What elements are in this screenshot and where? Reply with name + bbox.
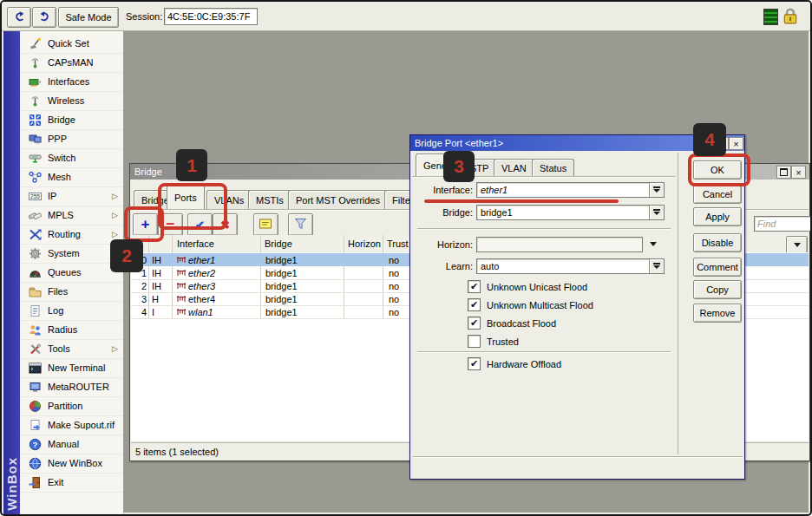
tab-mstis[interactable]: MSTIs — [248, 190, 291, 209]
files-icon — [28, 284, 42, 298]
sidebar-item-switch[interactable]: Switch — [20, 148, 123, 168]
annotation-badge-3: 3 — [443, 151, 475, 182]
column-header-bridge[interactable]: Bridge — [265, 235, 292, 252]
metarouter-icon — [28, 380, 42, 394]
sidebar-menu: Quick Set CAPsMAN Interfaces Wireless Br… — [20, 31, 124, 514]
bridge-field-label: Bridge: — [417, 207, 473, 218]
ip-icon: 255 — [28, 189, 42, 203]
undo-button[interactable] — [7, 7, 31, 28]
log-icon — [28, 304, 42, 317]
close-icon: × — [733, 139, 738, 149]
bridge-window-title: Bridge — [134, 167, 162, 177]
trusted-checkbox[interactable]: Trusted — [468, 335, 519, 348]
status-text: 5 items (1 selected) — [135, 447, 219, 457]
tab-vlan[interactable]: VLAN — [494, 159, 534, 176]
bridge-field[interactable]: bridge1 — [476, 205, 665, 220]
maximize-button[interactable] — [776, 166, 791, 179]
svg-text:255: 255 — [30, 193, 40, 199]
broadcast-flood-checkbox[interactable]: Broadcast Flood — [468, 317, 556, 330]
comment-button[interactable]: Comment — [693, 258, 742, 277]
submenu-arrow-icon: ▷ — [112, 211, 118, 219]
sidebar-item-manual[interactable]: ? Manual — [20, 434, 123, 454]
chevron-down-icon — [794, 243, 801, 247]
manual-icon: ? — [28, 437, 42, 451]
close-button[interactable]: × — [791, 166, 806, 179]
annotation-badge-2: 2 — [110, 239, 143, 272]
sidebar-item-capsman[interactable]: CAPsMAN — [20, 53, 123, 73]
apply-button[interactable]: Apply — [693, 207, 742, 226]
annotation-badge-1: 1 — [176, 149, 207, 181]
sidebar-item-mesh[interactable]: Mesh — [20, 167, 123, 187]
switch-icon — [28, 151, 42, 165]
annotation-rect-ok-button — [688, 153, 750, 186]
sidebar-item-partition[interactable]: Partition — [20, 396, 123, 416]
dropdown-icon[interactable] — [649, 183, 664, 197]
sidebar-item-bridge[interactable]: Bridge — [20, 110, 123, 130]
remove-button[interactable]: Remove — [693, 304, 742, 323]
sidebar-item-make-supout[interactable]: Make Supout.rif — [20, 415, 123, 435]
column-header-interface[interactable]: Interface — [177, 235, 214, 252]
sidebar-item-system[interactable]: System ▷ — [20, 244, 123, 264]
sidebar-item-tools[interactable]: Tools ▷ — [20, 339, 123, 359]
dropdown-icon[interactable] — [649, 206, 664, 219]
horizon-dropdown-icon[interactable] — [650, 242, 657, 246]
terminal-icon — [28, 361, 42, 375]
dropdown-icon[interactable] — [649, 259, 664, 273]
sidebar-item-new-winbox[interactable]: New WinBox — [20, 454, 123, 474]
learn-field-label: Learn: — [417, 261, 473, 271]
sidebar-item-interfaces[interactable]: Interfaces — [20, 72, 123, 92]
checkbox-icon — [468, 280, 481, 293]
comment-button[interactable] — [253, 213, 278, 236]
hardware-offload-checkbox[interactable]: Hardware Offload — [468, 357, 561, 370]
safe-mode-button[interactable]: Safe Mode — [58, 7, 119, 28]
sidebar-item-metarouter[interactable]: MetaROUTER — [20, 377, 123, 397]
bridge-port-icon — [176, 292, 187, 305]
cancel-button[interactable]: Cancel — [693, 185, 742, 204]
bridge-port-icon — [176, 279, 187, 292]
column-chooser-button[interactable] — [786, 236, 808, 254]
bridge-port-icon — [176, 305, 187, 318]
maximize-icon — [780, 168, 788, 176]
wireless-icon — [28, 94, 42, 108]
filter-button[interactable] — [288, 213, 313, 236]
checkbox-icon — [468, 335, 481, 348]
routing-icon — [28, 227, 42, 241]
copy-button[interactable]: Copy — [693, 280, 742, 299]
find-input[interactable] — [754, 216, 811, 232]
sidebar-item-routing[interactable]: Routing ▷ — [20, 225, 123, 245]
interface-field[interactable]: ether1 — [476, 182, 665, 198]
tab-status[interactable]: Status — [532, 159, 574, 176]
dialog-title: Bridge Port <ether1> — [415, 138, 503, 148]
annotation-underline-interface — [424, 199, 619, 203]
horizon-field[interactable] — [476, 237, 643, 252]
session-label: Session: — [126, 11, 162, 22]
sidebar-item-queues[interactable]: Queues — [20, 263, 123, 283]
learn-field[interactable]: auto — [476, 258, 665, 274]
disable-button[interactable]: Disable — [693, 233, 742, 252]
bridge-port-icon — [176, 266, 187, 279]
sidebar-item-ppp[interactable]: PPP — [20, 129, 123, 149]
sidebar-item-exit[interactable]: Exit — [20, 473, 123, 493]
connection-indicator-icon — [763, 9, 778, 25]
redo-button[interactable] — [32, 7, 56, 28]
unknown-multicast-flood-checkbox[interactable]: Unknown Multicast Flood — [468, 298, 593, 311]
sidebar-item-ip[interactable]: 255 IP ▷ — [20, 186, 123, 206]
sidebar-item-quick-set[interactable]: Quick Set — [20, 34, 123, 54]
column-header-trust[interactable]: Trust — [387, 235, 409, 252]
sidebar-item-new-terminal[interactable]: New Terminal — [20, 358, 123, 378]
redo-icon — [38, 10, 51, 24]
sidebar-item-mpls[interactable]: MPLS ▷ — [20, 206, 123, 225]
column-header-horizon[interactable]: Horizon — [348, 235, 381, 252]
sidebar-item-log[interactable]: Log — [20, 301, 123, 321]
radius-icon — [28, 323, 42, 336]
session-input[interactable] — [164, 8, 258, 25]
tab-port-mst-overrides[interactable]: Port MST Overrides — [288, 190, 388, 209]
winbox-vertical-label: WinBox — [4, 457, 19, 514]
sidebar-item-wireless[interactable]: Wireless — [20, 91, 123, 111]
sidebar-item-files[interactable]: Files — [20, 282, 123, 302]
unknown-unicast-flood-checkbox[interactable]: Unknown Unicast Flood — [468, 280, 587, 293]
sidebar-item-radius[interactable]: Radius — [20, 320, 123, 340]
comment-icon — [259, 219, 272, 232]
horizon-field-label: Horizon: — [417, 239, 473, 250]
dialog-close-button[interactable]: × — [729, 137, 743, 150]
